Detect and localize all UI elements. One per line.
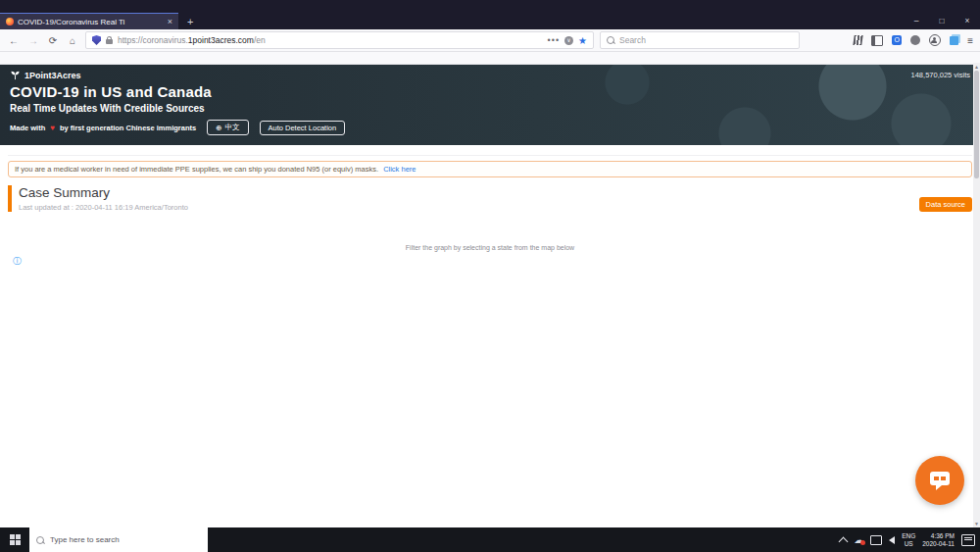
bookmark-star-icon[interactable]: ★ [578, 35, 587, 46]
scroll-down-icon[interactable]: ▼ [973, 521, 980, 527]
windows-taskbar: Type here to search ☁ ENGUS 4:36 PM2020-… [0, 527, 980, 552]
ppe-notice-banner: If you are a medical worker in need of i… [8, 161, 972, 177]
browser-menu-bar [0, 0, 980, 13]
extension-blue-icon[interactable] [950, 36, 958, 45]
tab-close-icon[interactable]: × [168, 17, 172, 26]
search-bar[interactable]: Search [600, 31, 800, 49]
notice-text: If you are a medical worker in need of i… [15, 165, 378, 174]
language-toggle-button[interactable]: ⊕中文 [207, 120, 248, 135]
bookmarks-bar [0, 52, 980, 65]
site-hero: 1Point3Acres COVID-19 in US and Canada R… [0, 65, 980, 145]
url-bar[interactable]: https://coronavirus.1point3acres.com/en … [85, 31, 594, 49]
tracking-protection-shield-icon[interactable] [92, 35, 101, 45]
site-brand[interactable]: 1Point3Acres [10, 70, 970, 80]
lock-icon [106, 39, 113, 44]
url-text: https://coronavirus.1point3acres.com/en [118, 35, 543, 45]
case-summary-header: Case Summary Last updated at : 2020-04-1… [8, 185, 972, 212]
maximize-button[interactable]: □ [929, 13, 955, 29]
info-icon[interactable]: ⓘ [13, 255, 22, 268]
made-with-row: Made with ♥ by first generation Chinese … [10, 120, 970, 135]
tray-expand-icon[interactable] [839, 536, 849, 546]
deaths-line-chart[interactable] [326, 291, 651, 401]
section-title: Case Summary [19, 185, 972, 200]
visit-counter: 148,570,025 visits [911, 71, 970, 79]
library-icon[interactable] [853, 35, 862, 45]
taskbar-clock[interactable]: 4:36 PM2020-04-11 [922, 532, 955, 548]
back-button[interactable]: ← [7, 35, 21, 46]
last-updated-text: Last updated at : 2020-04-11 16:19 Ameri… [19, 203, 972, 212]
filter-hint: Filter the graph by selecting a state fr… [0, 244, 980, 251]
extension-icon[interactable]: O [892, 35, 902, 45]
browser-toolbar: ← → ⟳ ⌂ https://coronavirus.1point3acres… [0, 29, 980, 52]
active-cases-chart [651, 278, 975, 401]
window-controls: – □ × [904, 13, 980, 29]
tab-favicon [6, 18, 14, 25]
deaths-chart-legend [326, 278, 651, 291]
forward-button[interactable]: → [26, 35, 40, 46]
search-icon [607, 36, 614, 44]
page-scrollbar[interactable]: ▲ ▼ [973, 63, 980, 527]
search-placeholder: Search [619, 35, 646, 45]
toolbar-icons: O ≡ [854, 34, 973, 46]
deaths-chart [326, 278, 651, 401]
brand-name: 1Point3Acres [24, 71, 81, 80]
windows-logo-icon [10, 534, 21, 545]
cases-chart-legend [2, 278, 326, 291]
network-icon[interactable] [870, 535, 882, 545]
taskbar-search-placeholder: Type here to search [50, 535, 120, 544]
taskbar-search-icon [36, 536, 44, 544]
brand-leaf-icon [10, 70, 21, 80]
notice-link[interactable]: Click here [383, 165, 416, 174]
browser-tab-bar: COVID-19/Coronavirus Real Ti × + – □ × [0, 13, 980, 29]
page-title: COVID-19 in US and Canada [10, 83, 970, 100]
browser-tab[interactable]: COVID-19/Coronavirus Real Ti × [0, 13, 178, 29]
secondary-nav [8, 155, 972, 156]
language-indicator[interactable]: ENGUS [902, 532, 915, 548]
chat-icon [928, 470, 952, 491]
auto-detect-location-button[interactable]: Auto Detect Location [260, 121, 346, 135]
chat-widget-button[interactable] [915, 456, 964, 505]
action-center-icon[interactable] [961, 534, 975, 546]
volume-icon[interactable] [889, 536, 895, 544]
active-cases-bar-chart[interactable] [651, 291, 975, 401]
sidebar-icon[interactable] [871, 35, 883, 46]
cases-line-chart[interactable] [2, 291, 326, 401]
pocket-icon[interactable]: ∨ [564, 36, 573, 45]
globe-icon: ⊕ [216, 124, 221, 132]
new-tab-button[interactable]: + [178, 13, 202, 29]
charts-row [2, 278, 978, 401]
cases-chart [2, 278, 326, 401]
made-with-text-2: by first generation Chinese immigrants [60, 124, 196, 132]
screen: COVID-19/Coronavirus Real Ti × + – □ × ←… [0, 0, 980, 552]
footer-buttons [8, 408, 972, 427]
home-button[interactable]: ⌂ [66, 35, 79, 46]
scroll-up-icon[interactable]: ▲ [973, 64, 980, 70]
chart-controls: ⓘ [8, 255, 972, 278]
extension-gray-icon[interactable] [910, 35, 920, 45]
made-with-text: Made with [10, 124, 45, 132]
taskbar-search[interactable]: Type here to search [29, 527, 208, 552]
country-tabs [8, 223, 972, 239]
reload-button[interactable]: ⟳ [46, 35, 60, 46]
tab-title: COVID-19/Coronavirus Real Ti [18, 18, 164, 26]
start-button[interactable] [0, 527, 29, 552]
page-actions-icon[interactable]: ••• [548, 35, 560, 45]
onedrive-icon[interactable]: ☁ [854, 534, 863, 545]
data-source-button[interactable]: Data source [919, 197, 972, 212]
hamburger-menu-icon[interactable]: ≡ [967, 35, 973, 46]
scrollbar-thumb[interactable] [974, 71, 979, 178]
minimize-button[interactable]: – [904, 13, 929, 29]
page-subtitle: Real Time Updates With Credible Sources [10, 103, 970, 114]
system-tray: ☁ ENGUS 4:36 PM2020-04-11 [840, 527, 980, 552]
close-button[interactable]: × [955, 13, 980, 29]
heart-icon: ♥ [50, 124, 55, 132]
account-icon[interactable] [929, 34, 941, 46]
